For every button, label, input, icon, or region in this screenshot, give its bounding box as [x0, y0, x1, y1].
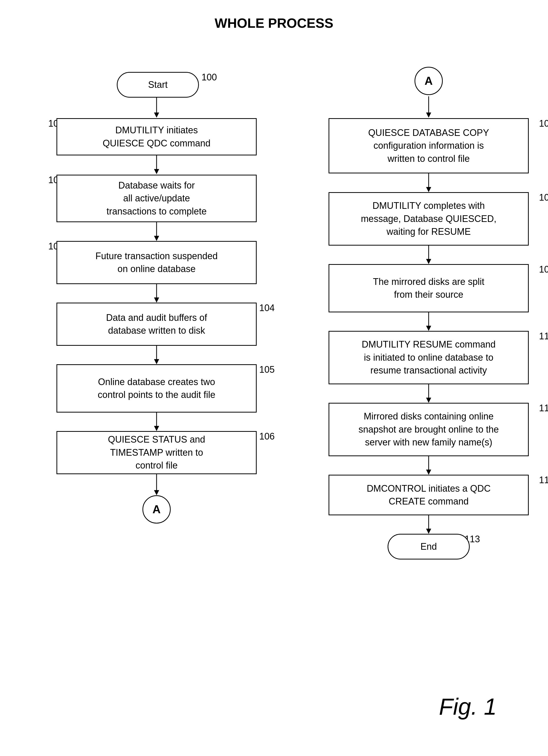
n103-box: Future transaction suspendedon online da…: [57, 241, 257, 284]
flow-diagram: Start 100 101 DMUTILITY initiatesQUIESCE…: [21, 46, 548, 663]
svg-marker-15: [426, 113, 431, 118]
svg-marker-9: [154, 359, 159, 364]
n101-label: DMUTILITY initiatesQUIESCE QDC command: [103, 124, 211, 150]
n108-id: 108: [539, 192, 548, 203]
svg-marker-27: [426, 529, 431, 534]
n111-box: Mirrored disks containing onlinesnapshot…: [328, 403, 529, 456]
n110-id: 110: [539, 331, 548, 342]
n108-label: DMUTILITY completes withmessage, Databas…: [361, 199, 496, 238]
connector-a-right-label: A: [424, 73, 433, 89]
svg-marker-21: [426, 326, 431, 331]
n106-box: QUIESCE STATUS andTIMESTAMP written toco…: [57, 431, 257, 474]
end-node: End: [387, 534, 470, 559]
page: WHOLE PROCESS: [0, 0, 548, 756]
n106-id: 106: [259, 431, 274, 442]
n104-box: Data and audit buffers ofdatabase writte…: [57, 303, 257, 346]
n102-box: Database waits forall active/updatetrans…: [57, 175, 257, 222]
n101-box: DMUTILITY initiatesQUIESCE QDC command: [57, 118, 257, 155]
n107-label: QUIESCE DATABASE COPYconfiguration infor…: [368, 126, 489, 165]
fig-label: Fig. 1: [21, 694, 527, 720]
n111-label: Mirrored disks containing onlinesnapshot…: [358, 410, 499, 449]
n105-id: 105: [259, 364, 274, 375]
n111-id: 111: [539, 403, 548, 414]
connector-a-left: A: [143, 495, 171, 524]
connector-a-right: A: [414, 67, 443, 95]
svg-marker-25: [426, 470, 431, 475]
n107-id: 107: [539, 118, 548, 129]
end-label: End: [420, 540, 437, 553]
n102-label: Database waits forall active/updatetrans…: [107, 179, 207, 218]
svg-marker-17: [426, 187, 431, 192]
svg-marker-19: [426, 259, 431, 264]
n109-label: The mirrored disks are splitfrom their s…: [373, 275, 484, 301]
n105-label: Online database creates twocontrol point…: [98, 376, 215, 402]
svg-marker-7: [154, 297, 159, 303]
n109-id: 109: [539, 264, 548, 275]
n107-box: QUIESCE DATABASE COPYconfiguration infor…: [328, 118, 529, 173]
n106-label: QUIESCE STATUS andTIMESTAMP written toco…: [108, 433, 205, 472]
start-node: Start: [117, 72, 199, 98]
svg-marker-1: [154, 113, 159, 118]
page-title: WHOLE PROCESS: [21, 15, 527, 31]
n105-box: Online database creates twocontrol point…: [57, 364, 257, 413]
n109-box: The mirrored disks are splitfrom their s…: [328, 264, 529, 312]
start-label: Start: [148, 78, 168, 91]
svg-marker-5: [154, 236, 159, 241]
n112-label: DMCONTROL initiates a QDCCREATE command: [367, 482, 491, 508]
svg-marker-13: [154, 490, 159, 495]
n104-label: Data and audit buffers ofdatabase writte…: [106, 311, 207, 337]
n104-id: 104: [259, 303, 274, 313]
n103-label: Future transaction suspendedon online da…: [96, 250, 218, 276]
n112-box: DMCONTROL initiates a QDCCREATE command: [328, 475, 529, 515]
n110-box: DMUTILITY RESUME commandis initiated to …: [328, 331, 529, 384]
n108-box: DMUTILITY completes withmessage, Databas…: [328, 192, 529, 246]
svg-marker-11: [154, 426, 159, 431]
start-id: 100: [202, 72, 217, 83]
svg-marker-3: [154, 169, 159, 174]
svg-marker-23: [426, 398, 431, 403]
n110-label: DMUTILITY RESUME commandis initiated to …: [362, 338, 495, 377]
connector-a-left-label: A: [153, 501, 161, 517]
n112-id: 112: [539, 475, 548, 486]
